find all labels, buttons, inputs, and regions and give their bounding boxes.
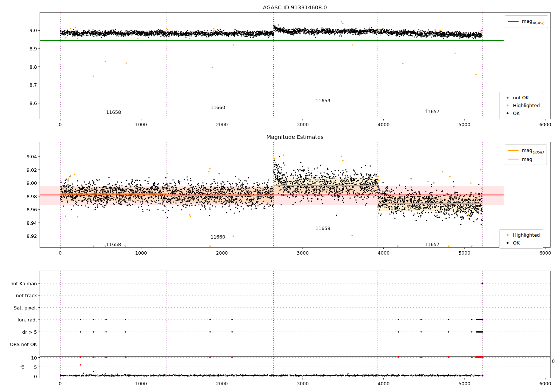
dr-tick-label: 10: [31, 355, 37, 360]
obsid-label: 11659: [315, 97, 330, 103]
legend-mid-markers: Highlighted OK: [499, 229, 543, 249]
dr-tick-label: 0: [34, 373, 37, 379]
x-tick-label: 1000: [135, 250, 147, 256]
obsid-label: 11658: [106, 241, 121, 247]
legend-row-highlighted: Highlighted: [503, 102, 540, 109]
x-tick-label: 5000: [458, 250, 470, 256]
x-tick-label: 6000: [539, 250, 551, 256]
legend-row-mag: mag: [508, 155, 544, 163]
mag-line-swatch: [508, 159, 519, 159]
y-tick-label: 9.04: [27, 154, 37, 159]
flag-category-label: not track: [16, 293, 37, 298]
legend-row-highlighted-mid: Highlighted: [503, 231, 540, 239]
flag-category-label: not Kalman: [10, 281, 37, 286]
obsid-label: 11660: [211, 104, 225, 110]
y-tick-label: 8.98: [27, 193, 37, 199]
x-tick-label: 3000: [297, 381, 309, 386]
x-tick-label: 6000: [539, 381, 551, 386]
mag-agasc-line-swatch: [508, 21, 519, 22]
ok-label: OK: [513, 111, 520, 116]
x-tick-label: 4000: [378, 250, 390, 256]
flag-category-label: Ion. rad.: [18, 317, 37, 323]
legend-mag-label: mag: [522, 156, 532, 162]
ok-marker-swatch: [507, 112, 508, 114]
x-tick-label: 3000: [297, 250, 309, 256]
legend-row-ok-mid: OK: [503, 239, 540, 247]
legend-row-mag-agasc: magAGASC: [508, 17, 545, 26]
flag-category-label: dr > 5: [22, 329, 37, 335]
legend-row-not-ok: not OK: [503, 94, 540, 102]
x-tick-label: 5000: [458, 122, 470, 127]
y-tick-label: 8.8: [29, 64, 37, 69]
y-tick-label: 8.96: [27, 207, 37, 212]
plots-canvas: [0, 0, 560, 392]
x-tick-label: 2000: [216, 250, 228, 256]
obsid-label: 11657: [425, 108, 440, 114]
x-tick-label: 4000: [378, 122, 390, 127]
highlighted-label-mid: Highlighted: [513, 232, 540, 238]
legend-mag-agasc: magAGASC: [505, 15, 548, 28]
plot1-title: AGASC ID 913314608.0: [263, 4, 327, 10]
not-ok-marker-swatch: [507, 97, 508, 99]
x-tick-label: 6000: [539, 122, 551, 127]
y-tick-label: 8.6: [29, 100, 37, 106]
legend-mag-obsid-label: magOBSID: [522, 147, 544, 154]
x-tick-label: 0: [59, 381, 62, 386]
highlighted-marker-swatch: [507, 105, 508, 106]
y-tick-label: 9.0: [29, 28, 37, 33]
obsid-label: 11657: [425, 241, 440, 247]
dr-tick-label: 5: [34, 364, 37, 370]
obsid-label: 11659: [315, 225, 330, 231]
x-tick-label: 2000: [216, 122, 228, 127]
y-tick-label: 9.02: [27, 167, 37, 172]
x-tick-label: 5000: [458, 381, 470, 386]
ok-marker-swatch-mid: [507, 242, 508, 244]
x-tick-label: 4000: [378, 381, 390, 386]
mag-obsid-line-swatch: [508, 150, 519, 151]
y-tick-label: 8.9: [29, 46, 37, 52]
x-tick-label: 0: [59, 122, 62, 127]
x-tick-label: 1000: [135, 381, 147, 386]
x-tick-label: 1000: [135, 122, 147, 127]
obsid-label: 11658: [106, 109, 121, 115]
highlighted-label: Highlighted: [513, 103, 540, 108]
legend-row-ok: OK: [503, 109, 540, 117]
x-tick-label: 0: [59, 250, 62, 256]
plot2-title: Magnitude Estimates: [266, 134, 323, 140]
y-tick-label: 8.92: [27, 233, 37, 239]
legend-top-markers: not OK Highlighted OK: [499, 92, 543, 119]
y-tick-label: 8.94: [27, 220, 37, 225]
obsid-label: 11660: [211, 234, 225, 240]
figure: AGASC ID 913314608.0 Magnitude Estimates…: [0, 0, 560, 392]
right-zero-tick-label: 0: [552, 358, 555, 364]
legend-mag-lines: magOBSID mag: [505, 144, 547, 165]
flag-category-label: OBS not OK: [10, 341, 37, 347]
ok-label-mid: OK: [513, 240, 520, 246]
flag-category-label: Sat. pixel.: [14, 305, 37, 310]
y-tick-label: 9.00: [27, 180, 37, 186]
x-tick-label: 2000: [216, 381, 228, 386]
highlighted-marker-swatch-mid: [507, 234, 508, 236]
legend-mag-agasc-label: magAGASC: [522, 18, 545, 25]
legend-row-mag-obsid: magOBSID: [508, 146, 544, 155]
x-tick-label: 3000: [297, 122, 309, 127]
y-tick-label: 8.7: [29, 82, 37, 88]
not-ok-label: not OK: [513, 95, 529, 100]
dr-axis-label: dr: [20, 364, 25, 369]
